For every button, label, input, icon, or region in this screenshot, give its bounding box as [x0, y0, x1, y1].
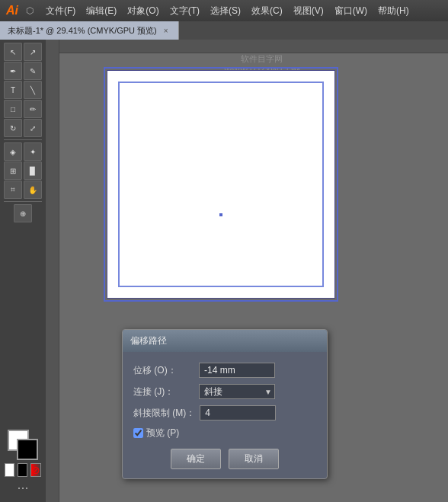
join-label: 连接 (J)： — [133, 385, 194, 398]
offset-path-dialog: 偏移路径 位移 (O)： 连接 (J)： 斜接 圆角 斜切 ▼ 斜接限制 (M)… — [122, 329, 328, 479]
tool-row: ↻⤢ — [2, 119, 44, 137]
tab-label: 未标题-1* @ 29.41% (CMYK/GPU 预览) — [8, 25, 157, 37]
cancel-button[interactable]: 取消 — [229, 449, 279, 469]
ok-button[interactable]: 确定 — [171, 449, 221, 469]
miter-label: 斜接限制 (M)： — [133, 407, 195, 420]
menu-item-选择[interactable]: 选择(S) — [206, 3, 245, 19]
offset-label: 位移 (O)： — [133, 364, 194, 377]
rect-tool[interactable]: □ — [4, 100, 22, 118]
watermark-line1: 软件目字网 — [224, 53, 300, 65]
tool-row: ⊞▉ — [2, 161, 44, 180]
toolbar: ↖↗✒✎T╲□✏↻⤢◈✦⊞▉⌗✋⊕ ⊘ ··· — [0, 40, 46, 502]
tool-row: ⌗✋ — [2, 181, 44, 199]
color-boxes — [8, 430, 38, 460]
more-tools-button[interactable]: ··· — [17, 480, 28, 496]
select-tool[interactable]: ↖ — [4, 43, 22, 61]
tool-row: T╲ — [2, 81, 44, 99]
toolbar-separator — [4, 201, 42, 202]
tool-row: ⊕ — [2, 204, 44, 222]
menu-item-帮助[interactable]: 帮助(H) — [373, 3, 414, 19]
color-area: ⊘ ··· — [2, 427, 44, 499]
tool-row: ✒✎ — [2, 62, 44, 80]
preview-label: 预览 (P) — [146, 427, 179, 440]
toolbar-separator — [4, 139, 42, 140]
zoom-tool[interactable]: ⊕ — [14, 204, 32, 222]
preview-checkbox-label[interactable]: 预览 (P) — [133, 427, 179, 440]
slice-tool[interactable]: ⌗ — [4, 181, 22, 199]
main-area: ↖↗✒✎T╲□✏↻⤢◈✦⊞▉⌗✋⊕ ⊘ ··· 软件目字网 WWW.RJZXW.… — [0, 40, 448, 502]
menu-bar: 文件(F)编辑(E)对象(O)文字(T)选择(S)效果(C)视图(V)窗口(W)… — [41, 3, 414, 19]
preview-checkbox[interactable] — [133, 428, 143, 438]
blend-tool[interactable]: ◈ — [4, 142, 22, 161]
add-anchor-tool[interactable]: ✎ — [24, 62, 42, 80]
join-select-wrapper: 斜接 圆角 斜切 ▼ — [199, 384, 275, 399]
join-row: 连接 (J)： 斜接 圆角 斜切 ▼ — [123, 381, 327, 402]
white-swatch[interactable] — [5, 463, 14, 477]
preview-row: 预览 (P) — [123, 424, 327, 443]
document-canvas — [107, 70, 335, 299]
tool-row: ↖↗ — [2, 43, 44, 61]
scale-tool[interactable]: ⤢ — [24, 119, 42, 137]
menu-item-效果[interactable]: 效果(C) — [247, 3, 287, 19]
menu-item-文字[interactable]: 文字(T) — [165, 3, 204, 19]
tab-bar: 未标题-1* @ 29.41% (CMYK/GPU 预览) × — [0, 21, 448, 40]
tool-row: □✏ — [2, 100, 44, 118]
type-tool[interactable]: T — [4, 81, 22, 99]
menu-item-编辑[interactable]: 编辑(E) — [82, 3, 121, 19]
offset-row: 位移 (O)： — [123, 360, 327, 381]
title-bar: Ai ⬡ 文件(F)编辑(E)对象(O)文字(T)选择(S)效果(C)视图(V)… — [0, 0, 448, 21]
offset-input[interactable] — [199, 363, 275, 378]
menu-item-对象[interactable]: 对象(O) — [123, 3, 163, 19]
eyedropper-tool[interactable]: ✦ — [24, 142, 42, 161]
menu-icon: ⬡ — [26, 5, 34, 16]
dialog-buttons: 确定 取消 — [123, 449, 327, 469]
tool-row: ◈✦ — [2, 142, 44, 161]
app-logo: Ai — [6, 4, 18, 18]
direct-select-tool[interactable]: ↗ — [24, 43, 42, 61]
ruler-left — [46, 40, 59, 502]
mesh-tool[interactable]: ⊞ — [4, 161, 22, 180]
menu-item-窗口[interactable]: 窗口(W) — [330, 3, 372, 19]
line-tool[interactable]: ╲ — [24, 81, 42, 99]
pencil-tool[interactable]: ✏ — [24, 100, 42, 118]
miter-input[interactable] — [200, 405, 276, 420]
menu-item-视图[interactable]: 视图(V) — [289, 3, 328, 19]
canvas-area: 软件目字网 WWW.RJZXW.COM 偏移路径 位移 (O)： 连接 (J)：… — [46, 40, 448, 502]
menu-item-文件[interactable]: 文件(F) — [41, 3, 80, 19]
hand-tool[interactable]: ✋ — [24, 181, 42, 199]
chart-tool[interactable]: ▉ — [24, 161, 42, 180]
join-select[interactable]: 斜接 圆角 斜切 — [199, 384, 275, 399]
no-color-swatch[interactable]: ⊘ — [30, 463, 41, 477]
background-color[interactable] — [17, 439, 38, 460]
dialog-title: 偏移路径 — [123, 330, 327, 352]
tab-close-button[interactable]: × — [162, 26, 171, 35]
document-tab[interactable]: 未标题-1* @ 29.41% (CMYK/GPU 预览) × — [0, 21, 179, 40]
pen-tool[interactable]: ✒ — [4, 62, 22, 80]
rotate-tool[interactable]: ↻ — [4, 119, 22, 137]
black-swatch[interactable] — [18, 463, 27, 477]
ruler-top — [46, 40, 448, 53]
miter-row: 斜接限制 (M)： — [123, 402, 327, 424]
